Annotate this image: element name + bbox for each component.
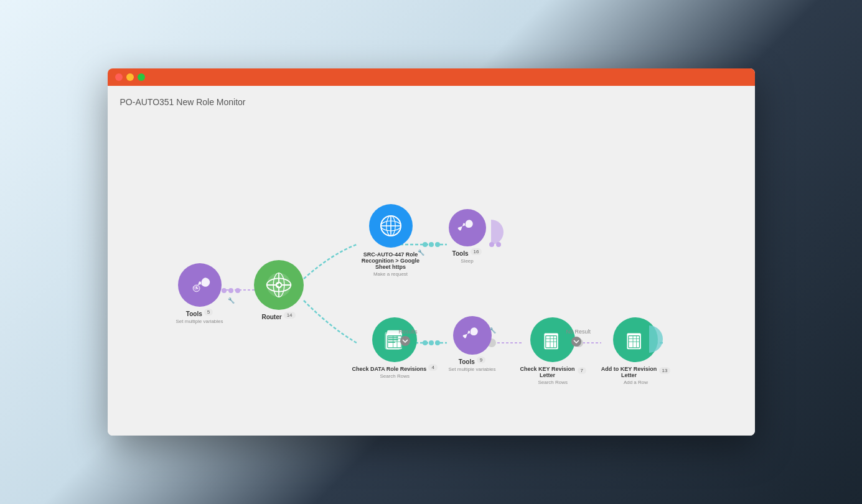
no-result-dropdown[interactable] bbox=[571, 337, 581, 347]
add-to-key-node[interactable]: Add to KEY Revision Letter 13 Add a Row bbox=[601, 317, 671, 385]
tools-start-node[interactable]: Tools 5 Set multiple variables bbox=[176, 263, 223, 324]
canvas-area: PO-AUTO351 New Role Monitor bbox=[108, 86, 755, 436]
tools-sleep-node[interactable]: Tools 16 Sleep bbox=[449, 209, 486, 264]
small-wrench-middle: 🔧 bbox=[489, 327, 496, 334]
tools-middle-node[interactable]: Tools 9 Set multiple variables bbox=[449, 316, 496, 372]
svg-point-7 bbox=[429, 242, 434, 247]
titlebar bbox=[108, 68, 755, 86]
partial-circle-top bbox=[491, 220, 504, 245]
svg-point-8 bbox=[435, 242, 440, 247]
src-auto-node[interactable]: SRC-AUTO-447 Role Recognition > Google S… bbox=[354, 204, 428, 277]
app-window: PO-AUTO351 New Role Monitor bbox=[108, 68, 755, 436]
page-title: PO-AUTO351 New Role Monitor bbox=[120, 97, 246, 107]
tools-router-connector bbox=[222, 288, 240, 293]
no-result-label: No Result bbox=[566, 329, 591, 335]
check-key-node[interactable]: Check KEY Revision Letter 7 Search Rows bbox=[520, 317, 586, 385]
close-button[interactable] bbox=[115, 73, 123, 81]
minimize-button[interactable] bbox=[126, 73, 134, 81]
small-wrench-after-src: 🔧 bbox=[418, 250, 424, 256]
maximize-button[interactable] bbox=[138, 73, 145, 81]
check-data-node[interactable]: Check DATA Role Revisions 4 Search Rows bbox=[352, 317, 438, 379]
small-wrench-icon: 🔧 bbox=[228, 297, 235, 304]
results-label: Results bbox=[399, 329, 418, 335]
router-node[interactable]: Router 14 bbox=[254, 260, 304, 320]
results-dropdown[interactable] bbox=[400, 336, 410, 346]
